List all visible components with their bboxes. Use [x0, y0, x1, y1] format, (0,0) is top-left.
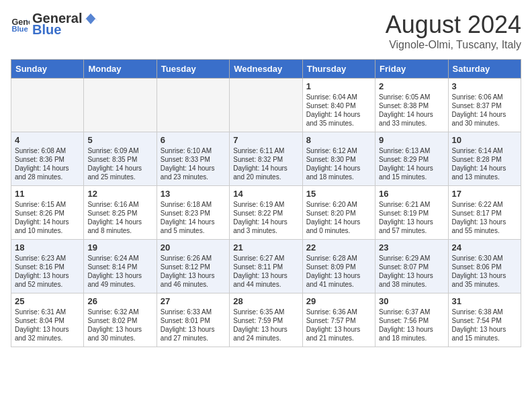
- cell-text: Sunset: 8:23 PM: [161, 209, 226, 218]
- cell-text: Daylight: 14 hours and 28 minutes.: [15, 164, 80, 181]
- calendar-cell: 2Sunrise: 6:05 AMSunset: 8:38 PMDaylight…: [375, 79, 448, 132]
- cell-text: Daylight: 13 hours and 15 minutes.: [452, 325, 517, 342]
- day-number: 31: [452, 296, 517, 306]
- cell-text: Daylight: 14 hours and 15 minutes.: [379, 164, 444, 181]
- cell-text: Daylight: 14 hours and 0 minutes.: [306, 218, 371, 235]
- cell-text: Daylight: 13 hours and 55 minutes.: [452, 218, 517, 235]
- calendar-table: SundayMondayTuesdayWednesdayThursdayFrid…: [11, 59, 521, 347]
- day-number: 22: [306, 242, 371, 253]
- cell-text: Sunset: 8:01 PM: [161, 316, 226, 325]
- cell-text: Sunrise: 6:23 AM: [15, 254, 80, 263]
- calendar-cell: 1Sunrise: 6:04 AMSunset: 8:40 PMDaylight…: [302, 79, 375, 132]
- cell-text: Sunrise: 6:37 AM: [379, 308, 444, 316]
- day-number: 18: [15, 242, 80, 253]
- cell-text: Sunset: 8:11 PM: [233, 263, 298, 271]
- cell-text: Daylight: 13 hours and 18 minutes.: [379, 325, 444, 342]
- calendar-cell: 27Sunrise: 6:33 AMSunset: 8:01 PMDayligh…: [157, 293, 229, 347]
- cell-text: Sunset: 8:06 PM: [452, 263, 517, 271]
- cell-text: Sunrise: 6:04 AM: [306, 93, 371, 101]
- calendar-cell: 23Sunrise: 6:29 AMSunset: 8:07 PMDayligh…: [375, 240, 448, 293]
- cell-text: Daylight: 14 hours and 13 minutes.: [452, 164, 517, 181]
- weekday-header-wednesday: Wednesday: [230, 60, 302, 79]
- weekday-header-tuesday: Tuesday: [157, 60, 229, 79]
- cell-text: Sunrise: 6:05 AM: [379, 93, 444, 101]
- day-number: 2: [379, 81, 444, 91]
- cell-text: Sunset: 8:17 PM: [452, 209, 517, 218]
- day-number: 23: [379, 242, 444, 253]
- cell-text: Sunset: 7:57 PM: [306, 316, 371, 325]
- cell-text: Sunrise: 6:10 AM: [161, 146, 226, 155]
- calendar-cell: 14Sunrise: 6:19 AMSunset: 8:22 PMDayligh…: [230, 186, 302, 240]
- calendar-cell: 6Sunrise: 6:10 AMSunset: 8:33 PMDaylight…: [157, 132, 229, 186]
- day-number: 24: [452, 242, 517, 253]
- cell-text: Daylight: 14 hours and 3 minutes.: [233, 218, 298, 235]
- day-number: 3: [452, 81, 517, 91]
- day-number: 20: [161, 242, 226, 253]
- calendar-week-row: 25Sunrise: 6:31 AMSunset: 8:04 PMDayligh…: [11, 293, 521, 347]
- day-number: 29: [306, 296, 371, 306]
- cell-text: Sunrise: 6:26 AM: [161, 254, 226, 263]
- cell-text: Sunrise: 6:20 AM: [306, 200, 371, 209]
- calendar-cell: [84, 79, 157, 132]
- cell-text: Sunrise: 6:35 AM: [233, 308, 298, 316]
- cell-text: Daylight: 13 hours and 44 minutes.: [233, 271, 298, 289]
- day-number: 15: [306, 189, 371, 199]
- cell-text: Sunrise: 6:08 AM: [15, 146, 80, 155]
- calendar-cell: 20Sunrise: 6:26 AMSunset: 8:12 PMDayligh…: [157, 240, 229, 293]
- cell-text: Sunrise: 6:06 AM: [452, 93, 517, 101]
- cell-text: Sunset: 8:20 PM: [306, 209, 371, 218]
- cell-text: Sunset: 8:19 PM: [379, 209, 444, 218]
- day-number: 5: [87, 135, 152, 145]
- weekday-header-monday: Monday: [84, 60, 157, 79]
- cell-text: Daylight: 13 hours and 46 minutes.: [161, 271, 226, 289]
- calendar-week-row: 4Sunrise: 6:08 AMSunset: 8:36 PMDaylight…: [11, 132, 521, 186]
- cell-text: Daylight: 14 hours and 33 minutes.: [379, 110, 444, 128]
- calendar-cell: 4Sunrise: 6:08 AMSunset: 8:36 PMDaylight…: [11, 132, 84, 186]
- cell-text: Sunset: 8:25 PM: [87, 209, 152, 218]
- calendar-cell: 25Sunrise: 6:31 AMSunset: 8:04 PMDayligh…: [11, 293, 84, 347]
- cell-text: Daylight: 13 hours and 32 minutes.: [15, 325, 80, 342]
- cell-text: Sunrise: 6:11 AM: [233, 146, 298, 155]
- calendar-cell: 9Sunrise: 6:13 AMSunset: 8:29 PMDaylight…: [375, 132, 448, 186]
- calendar-cell: 16Sunrise: 6:21 AMSunset: 8:19 PMDayligh…: [375, 186, 448, 240]
- cell-text: Daylight: 14 hours and 8 minutes.: [87, 218, 152, 235]
- weekday-header-thursday: Thursday: [302, 60, 375, 79]
- page-header: General Blue General Blue August 2024 Vi…: [11, 11, 521, 51]
- location-subtitle: Vignole-Olmi, Tuscany, Italy: [386, 39, 521, 51]
- day-number: 11: [15, 189, 80, 199]
- cell-text: Sunset: 8:38 PM: [379, 101, 444, 110]
- day-number: 26: [87, 296, 152, 306]
- cell-text: Sunset: 8:07 PM: [379, 263, 444, 271]
- cell-text: Daylight: 14 hours and 20 minutes.: [233, 164, 298, 181]
- day-number: 10: [452, 135, 517, 145]
- cell-text: Sunrise: 6:15 AM: [15, 200, 80, 209]
- logo-bird-icon: [83, 12, 98, 26]
- day-number: 9: [379, 135, 444, 145]
- day-number: 6: [161, 135, 226, 145]
- cell-text: Sunset: 8:32 PM: [233, 155, 298, 164]
- calendar-cell: 31Sunrise: 6:38 AMSunset: 7:54 PMDayligh…: [448, 293, 521, 347]
- calendar-cell: 8Sunrise: 6:12 AMSunset: 8:30 PMDaylight…: [302, 132, 375, 186]
- cell-text: Sunset: 8:26 PM: [15, 209, 80, 218]
- day-number: 25: [15, 296, 80, 306]
- weekday-header-row: SundayMondayTuesdayWednesdayThursdayFrid…: [11, 60, 521, 79]
- cell-text: Sunset: 8:09 PM: [306, 263, 371, 271]
- cell-text: Sunrise: 6:33 AM: [161, 308, 226, 316]
- cell-text: Sunrise: 6:38 AM: [452, 308, 517, 316]
- cell-text: Sunrise: 6:24 AM: [87, 254, 152, 263]
- cell-text: Sunrise: 6:18 AM: [161, 200, 226, 209]
- day-number: 28: [233, 296, 298, 306]
- day-number: 17: [452, 189, 517, 199]
- weekday-header-sunday: Sunday: [11, 60, 84, 79]
- cell-text: Daylight: 13 hours and 24 minutes.: [233, 325, 298, 342]
- cell-text: Sunrise: 6:31 AM: [15, 308, 80, 316]
- cell-text: Sunset: 8:28 PM: [452, 155, 517, 164]
- calendar-cell: 15Sunrise: 6:20 AMSunset: 8:20 PMDayligh…: [302, 186, 375, 240]
- month-year-title: August 2024: [386, 11, 521, 39]
- cell-text: Daylight: 13 hours and 57 minutes.: [379, 218, 444, 235]
- cell-text: Daylight: 13 hours and 35 minutes.: [452, 271, 517, 289]
- calendar-week-row: 1Sunrise: 6:04 AMSunset: 8:40 PMDaylight…: [11, 79, 521, 132]
- calendar-cell: 19Sunrise: 6:24 AMSunset: 8:14 PMDayligh…: [84, 240, 157, 293]
- cell-text: Sunrise: 6:32 AM: [87, 308, 152, 316]
- svg-marker-3: [83, 13, 98, 24]
